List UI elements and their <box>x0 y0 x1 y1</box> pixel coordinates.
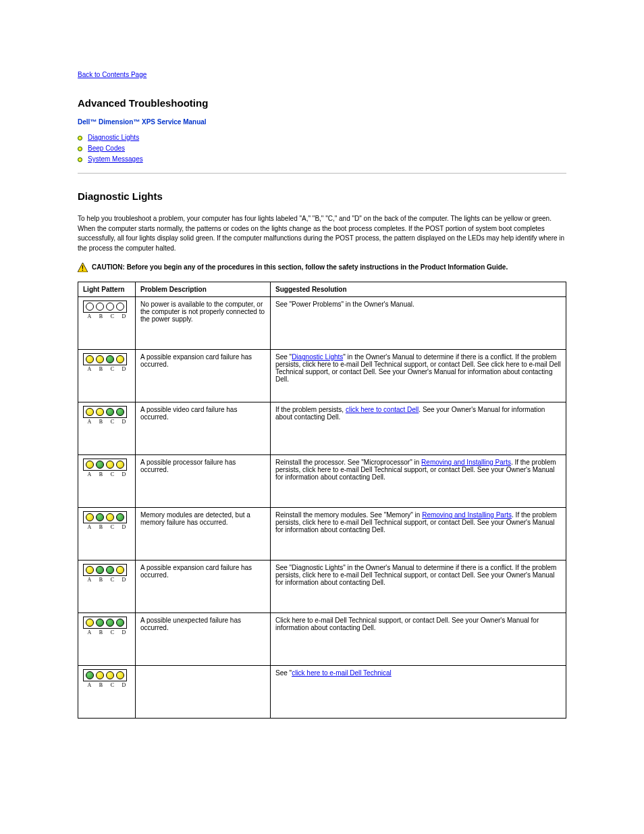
problem-description-cell: A possible processor failure has occurre… <box>136 455 271 508</box>
led-indicator <box>96 461 104 469</box>
led-indicator <box>106 671 114 679</box>
resolution-cell: See "click here to e-mail Dell Technical <box>271 666 566 719</box>
resolution-cell: Reinstall the processor. See "Microproce… <box>271 455 566 508</box>
led-indicator <box>96 408 104 416</box>
led-label: B <box>97 682 106 688</box>
led-label: C <box>108 577 117 583</box>
problem-description-cell: A possible expansion card failure has oc… <box>136 561 271 613</box>
light-pattern-cell: ABCD <box>78 666 136 719</box>
led-label: B <box>97 366 106 372</box>
led-indicator <box>116 513 124 521</box>
led-label: C <box>108 313 117 319</box>
toc-item: System Messages <box>78 154 566 165</box>
table-header-pattern: Light Pattern <box>78 282 136 297</box>
led-indicator <box>116 619 124 627</box>
resolution-cell: See "Power Problems" in the Owner's Manu… <box>271 297 566 350</box>
led-indicator <box>116 461 124 469</box>
light-pattern-cell: ABCD <box>78 561 136 613</box>
led-indicator <box>106 566 114 574</box>
led-labels: ABCD <box>83 524 130 530</box>
resolution-link[interactable]: Removing and Installing Parts <box>422 511 512 519</box>
back-to-contents-link[interactable]: Back to Contents Page <box>78 71 146 78</box>
light-pattern-cell: ABCD <box>78 613 136 666</box>
led-indicator <box>86 619 94 627</box>
light-pattern-cell: ABCD <box>78 350 136 402</box>
problem-description-cell: A possible unexpected failure has occurr… <box>136 613 271 666</box>
led-label: C <box>108 682 117 688</box>
section-heading: Diagnostic Lights <box>78 190 566 202</box>
led-indicator <box>96 619 104 627</box>
resolution-cell: See "Diagnostic Lights" in the Owner's M… <box>271 350 566 402</box>
led-indicator <box>96 671 104 679</box>
led-label: B <box>97 577 106 583</box>
led-label: C <box>108 629 117 635</box>
table-header-resolution: Suggested Resolution <box>271 282 566 297</box>
toc-link-system-messages[interactable]: System Messages <box>88 154 143 165</box>
table-header-description: Problem Description <box>136 282 271 297</box>
led-labels: ABCD <box>83 366 130 372</box>
diagnostic-lights-table: Light Pattern Problem Description Sugges… <box>78 282 566 719</box>
table-row: ABCDNo power is available to the compute… <box>78 297 566 350</box>
led-indicator <box>96 566 104 574</box>
led-label: A <box>85 366 95 372</box>
led-label: C <box>108 471 117 477</box>
led-label: C <box>108 419 117 425</box>
led-box <box>83 459 127 471</box>
light-pattern-cell: ABCD <box>78 508 136 561</box>
problem-description-cell: No power is available to the computer, o… <box>136 297 271 350</box>
led-indicator <box>86 355 94 363</box>
toc-link-beep-codes[interactable]: Beep Codes <box>88 143 125 154</box>
led-indicator <box>86 671 94 679</box>
led-indicator <box>96 303 104 311</box>
led-labels: ABCD <box>83 682 130 688</box>
bullet-icon <box>78 147 82 151</box>
led-label: B <box>97 313 106 319</box>
led-labels: ABCD <box>83 577 130 583</box>
led-indicator <box>116 408 124 416</box>
toc-item: Beep Codes <box>78 143 566 154</box>
table-row: ABCDA possible expansion card failure ha… <box>78 561 566 613</box>
light-pattern-cell: ABCD <box>78 297 136 350</box>
led-indicator <box>96 513 104 521</box>
led-indicator <box>86 513 94 521</box>
led-indicator <box>106 513 114 521</box>
problem-description-cell: A possible video card failure has occurr… <box>136 402 271 455</box>
led-indicator <box>116 355 124 363</box>
led-label: B <box>97 419 106 425</box>
problem-description-cell: A possible expansion card failure has oc… <box>136 350 271 402</box>
resolution-link[interactable]: Removing and Installing Parts <box>421 459 511 466</box>
toc-link-diagnostic-lights[interactable]: Diagnostic Lights <box>88 132 139 143</box>
led-label: B <box>97 471 106 477</box>
led-labels: ABCD <box>83 471 130 477</box>
table-row: ABCDSee "click here to e-mail Dell Techn… <box>78 666 566 719</box>
led-label: D <box>119 524 129 530</box>
resolution-cell: Click here to e-mail Dell Technical supp… <box>271 613 566 666</box>
led-indicator <box>106 408 114 416</box>
resolution-link[interactable]: click here to contact Dell <box>346 406 419 413</box>
led-labels: ABCD <box>83 629 130 635</box>
divider <box>78 173 566 174</box>
led-labels: ABCD <box>83 419 130 425</box>
caution-icon: ! <box>78 263 88 275</box>
page-container: Back to Contents Page Advanced Troublesh… <box>0 0 644 746</box>
led-box <box>83 406 127 418</box>
led-box <box>83 564 127 576</box>
led-indicator <box>86 566 94 574</box>
manual-subtitle: Dell™ Dimension™ XPS Service Manual <box>78 118 566 126</box>
led-label: B <box>97 629 106 635</box>
table-row: ABCDA possible video card failure has oc… <box>78 402 566 455</box>
led-label: D <box>119 629 129 635</box>
caution-block: ! CAUTION: Before you begin any of the p… <box>78 263 566 275</box>
toc-item: Diagnostic Lights <box>78 132 566 143</box>
led-label: D <box>119 577 129 583</box>
led-indicator <box>116 671 124 679</box>
led-label: D <box>119 366 129 372</box>
led-box <box>83 301 127 313</box>
led-indicator <box>106 619 114 627</box>
led-label: A <box>85 471 95 477</box>
resolution-link[interactable]: click here to e-mail Dell Technical <box>292 669 392 677</box>
problem-description-cell <box>136 666 271 719</box>
table-row: ABCDA possible processor failure has occ… <box>78 455 566 508</box>
led-box <box>83 353 127 365</box>
resolution-link[interactable]: Diagnostic Lights <box>292 353 343 361</box>
